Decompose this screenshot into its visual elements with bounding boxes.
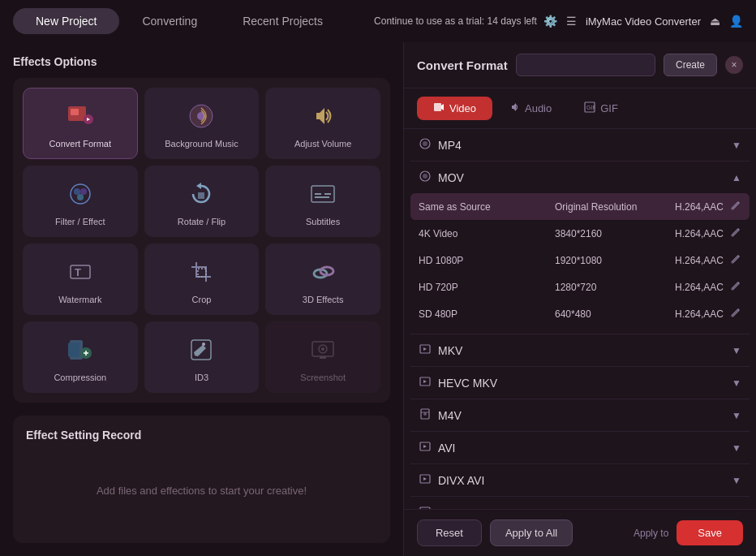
format-option-label: 4K Video xyxy=(419,228,548,239)
format-group-name-mov: MOV xyxy=(419,170,464,185)
svg-point-7 xyxy=(80,188,87,195)
format-option-edit-icon[interactable] xyxy=(730,253,741,267)
format-group-header-mp4[interactable]: MP4▼ xyxy=(410,129,750,161)
format-tab-audio[interactable]: Audio xyxy=(492,97,568,120)
format-group-header-mkv[interactable]: MKV▼ xyxy=(410,334,750,366)
format-option-edit-icon[interactable] xyxy=(730,307,741,321)
format-mkv-chevron: ▼ xyxy=(732,345,741,356)
format-mp4-icon xyxy=(419,137,432,153)
format-option-label: SD 480P xyxy=(419,308,548,320)
effect-item-adjust-volume[interactable]: Adjust Volume xyxy=(265,88,380,159)
reset-button[interactable]: Reset xyxy=(417,519,482,546)
format-option-resolution: 1920*1080 xyxy=(555,255,668,266)
tab-recent-projects[interactable]: Recent Projects xyxy=(220,8,346,34)
format-group-name-m4v: M4V xyxy=(419,407,462,423)
gif-tab-icon: GIF xyxy=(584,101,595,115)
watermark-label: Watermark xyxy=(58,294,101,305)
effects-options-section: Effects Options Convert FormatBackground… xyxy=(13,55,390,403)
tab-converting[interactable]: Converting xyxy=(119,8,220,34)
format-mp4-label: MP4 xyxy=(438,139,462,152)
svg-rect-1 xyxy=(71,109,79,115)
svg-point-20 xyxy=(202,343,205,346)
svg-point-35 xyxy=(423,412,427,416)
save-button[interactable]: Save xyxy=(677,520,743,545)
menu-icon[interactable]: ☰ xyxy=(565,14,579,28)
format-option-row[interactable]: HD 720P1280*720H.264,AAC xyxy=(410,274,750,300)
format-option-row[interactable]: SD 480P640*480H.264,AAC xyxy=(410,300,750,327)
format-group-name-hevc-mkv: HEVC MKV xyxy=(419,375,497,390)
format-m4v-label: M4V xyxy=(438,409,462,422)
effect-item-watermark[interactable]: TWatermark xyxy=(23,244,138,315)
format-option-label: HD 1080P xyxy=(419,255,548,266)
3d-effects-icon xyxy=(307,256,338,287)
close-button[interactable]: × xyxy=(725,56,743,74)
format-tab-video[interactable]: Video xyxy=(417,97,492,120)
format-group-header-avi[interactable]: AVI▼ xyxy=(410,432,750,463)
format-option-row[interactable]: HD 1080P1920*1080H.264,AAC xyxy=(410,247,750,274)
format-option-edit-icon[interactable] xyxy=(730,280,741,294)
trial-text: Continue to use as a trial: 14 days left xyxy=(374,15,537,27)
format-tabs: VideoAudioGIFGIF xyxy=(404,88,756,129)
format-hevc-mkv-chevron: ▼ xyxy=(732,377,741,389)
tab-new-project[interactable]: New Project xyxy=(13,8,119,34)
trial-notice: Continue to use as a trial: 14 days left… xyxy=(374,14,743,28)
format-option-label: HD 720P xyxy=(419,282,548,293)
format-group-avi: AVI▼ xyxy=(410,432,750,464)
format-option-edit-icon[interactable] xyxy=(730,226,741,240)
format-option-edit-icon[interactable] xyxy=(730,200,741,213)
settings-icon[interactable]: ⚙️ xyxy=(543,14,558,28)
svg-rect-13 xyxy=(198,269,206,277)
format-avi-label: AVI xyxy=(438,442,456,455)
effect-item-id3[interactable]: ID3 xyxy=(144,321,260,393)
format-option-resolution: Original Resolution xyxy=(555,201,668,213)
effect-item-subtitles[interactable]: Subtitles xyxy=(265,166,380,237)
background-music-label: Background Music xyxy=(165,138,238,149)
apply-to-all-button[interactable]: Apply to All xyxy=(490,519,573,546)
format-list: MP4▼MOV▲Same as SourceOriginal Resolutio… xyxy=(404,129,756,509)
filter-effect-icon xyxy=(65,179,96,209)
format-option-row[interactable]: 4K Video3840*2160H.264,AAC xyxy=(410,220,750,247)
format-mp4-chevron: ▼ xyxy=(732,140,741,151)
format-group-header-m4v[interactable]: M4V▼ xyxy=(410,399,750,431)
format-option-codec: H.264,AAC xyxy=(675,201,724,213)
format-option-resolution: 3840*2160 xyxy=(555,228,668,239)
video-tab-icon xyxy=(433,101,445,115)
svg-rect-9 xyxy=(198,192,204,199)
effect-item-filter-effect[interactable]: Filter / Effect xyxy=(23,166,138,237)
effect-item-convert-format[interactable]: Convert Format xyxy=(23,88,138,159)
effects-options-title: Effects Options xyxy=(13,55,390,68)
main-layout: Effects Options Convert FormatBackground… xyxy=(0,42,756,556)
effect-item-3d-effects[interactable]: 3D Effects xyxy=(265,244,380,315)
format-group-header-hevc-mkv[interactable]: HEVC MKV▼ xyxy=(410,367,750,399)
format-mov-label: MOV xyxy=(438,171,464,184)
format-avi-icon xyxy=(419,440,432,455)
effect-item-crop[interactable]: Crop xyxy=(144,244,260,315)
format-option-row[interactable]: Same as SourceOriginal ResolutionH.264,A… xyxy=(410,193,750,220)
effect-item-rotate-flip[interactable]: Rotate / Flip xyxy=(144,166,260,237)
3d-effects-label: 3D Effects xyxy=(303,294,344,305)
format-header: Convert Format Create × xyxy=(404,42,756,88)
exit-icon[interactable]: ⏏ xyxy=(707,14,722,28)
format-group-header-mov[interactable]: MOV▲ xyxy=(410,162,750,193)
effect-item-background-music[interactable]: Background Music xyxy=(144,88,260,159)
format-name-input[interactable] xyxy=(516,54,655,76)
screenshot-label: Screenshot xyxy=(300,372,346,383)
format-option-codec: H.264,AAC xyxy=(675,282,724,293)
compression-icon xyxy=(65,334,96,365)
format-group-divx-avi: DIVX AVI▼ xyxy=(410,464,750,497)
format-divx-avi-icon xyxy=(419,472,432,488)
create-button[interactable]: Create xyxy=(664,54,717,76)
profile-icon[interactable]: 👤 xyxy=(728,14,743,28)
format-group-header-divx-avi[interactable]: DIVX AVI▼ xyxy=(410,464,750,496)
format-group-m4v: M4V▼ xyxy=(410,399,750,432)
format-group-mov: MOV▲Same as SourceOriginal ResolutionH.2… xyxy=(410,162,750,334)
adjust-volume-label: Adjust Volume xyxy=(294,138,351,149)
effect-item-compression[interactable]: Compression xyxy=(23,321,138,393)
format-group-mkv: MKV▼ xyxy=(410,334,750,367)
format-avi-chevron: ▼ xyxy=(732,442,741,454)
format-group-header-xvid-avi[interactable]: XVID AVI▼ xyxy=(410,497,750,509)
subtitles-label: Subtitles xyxy=(306,216,340,227)
format-tab-video-label: Video xyxy=(449,102,476,114)
format-tab-gif[interactable]: GIFGIF xyxy=(568,97,634,120)
subtitles-icon xyxy=(307,179,338,209)
